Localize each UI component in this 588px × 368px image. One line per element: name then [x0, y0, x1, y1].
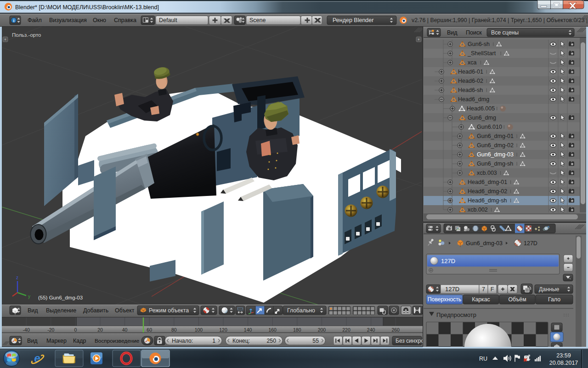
svg-text:Объект: Объект: [115, 307, 135, 314]
svg-text:Gun6_dmg-01: Gun6_dmg-01: [477, 133, 514, 139]
svg-text:Окно: Окно: [93, 17, 106, 23]
svg-text:Scene: Scene: [249, 17, 266, 23]
svg-text:140: 140: [244, 327, 252, 333]
svg-text:+: +: [418, 37, 420, 42]
svg-text:55: 55: [312, 338, 319, 344]
svg-text:xcb.003: xcb.003: [477, 170, 497, 176]
svg-text:Head6_dmg: Head6_dmg: [458, 96, 489, 103]
svg-text:Рендер Blender: Рендер Blender: [333, 17, 373, 23]
svg-text:y: y: [28, 294, 30, 299]
svg-text:0: 0: [74, 327, 77, 333]
svg-text:80: 80: [171, 327, 177, 333]
svg-text:Gun6_dmg-sh: Gun6_dmg-sh: [477, 161, 513, 167]
svg-text:Default: Default: [159, 17, 177, 23]
svg-text:Gun6_dmg-03: Gun6_dmg-03: [466, 240, 503, 247]
svg-text:Гало: Гало: [548, 296, 560, 303]
svg-text:-20: -20: [47, 327, 54, 333]
svg-text:180: 180: [293, 327, 301, 333]
svg-text:7: 7: [482, 286, 485, 293]
svg-text:100: 100: [195, 327, 203, 333]
svg-text:Head6_dmg-01: Head6_dmg-01: [468, 179, 507, 185]
svg-text:250: 250: [266, 338, 276, 344]
svg-text:40: 40: [122, 327, 128, 333]
svg-text:127D: 127D: [445, 286, 459, 293]
svg-text:Маркер: Маркер: [46, 338, 67, 344]
svg-text:Выделение: Выделение: [46, 307, 76, 314]
svg-text:Начало:: Начало:: [172, 338, 193, 344]
svg-text:260: 260: [391, 327, 400, 333]
svg-text:+: +: [4, 37, 6, 42]
svg-text:Конец:: Конец:: [232, 338, 250, 344]
svg-text:Вид: Вид: [27, 338, 38, 344]
svg-text:Gun6_dmg-03: Gun6_dmg-03: [477, 151, 514, 158]
svg-text:Head6_dmg-02: Head6_dmg-02: [468, 188, 507, 195]
svg-text:160: 160: [268, 327, 277, 333]
svg-text:127D: 127D: [441, 258, 455, 264]
svg-text:Добавить: Добавить: [83, 307, 108, 314]
svg-text:Head6.005: Head6.005: [467, 105, 495, 112]
svg-text:xcb.002: xcb.002: [468, 207, 488, 213]
svg-text:240: 240: [367, 327, 375, 333]
svg-text:Визуализация: Визуализация: [49, 17, 87, 23]
svg-text:Head6-01: Head6-01: [458, 69, 483, 75]
svg-text:xca: xca: [468, 59, 477, 66]
svg-text:Воспроизведение: Воспроизведение: [95, 338, 140, 344]
svg-text:120: 120: [219, 327, 227, 333]
svg-text:Польз.-орто: Польз.-орто: [12, 32, 41, 38]
svg-text:i: i: [13, 18, 15, 23]
svg-text:RU: RU: [479, 356, 487, 362]
svg-text:Поиск: Поиск: [466, 29, 482, 36]
svg-text:Предпросмотр: Предпросмотр: [436, 311, 476, 318]
svg-text:Режим объекта: Режим объекта: [149, 307, 189, 314]
svg-text:Gun6.010: Gun6.010: [477, 124, 502, 130]
svg-text:Head6_dmg-sh: Head6_dmg-sh: [468, 197, 507, 204]
svg-text:Head6-02: Head6-02: [458, 78, 483, 84]
svg-text:Поверхность: Поверхность: [428, 296, 462, 303]
svg-text:Blender* [D:\МОИ МОДЕЛИ\USS\Br: Blender* [D:\МОИ МОДЕЛИ\USS\Brooklin\MK-…: [15, 4, 159, 11]
svg-text:220: 220: [342, 327, 351, 333]
svg-text:Файл: Файл: [28, 17, 42, 23]
svg-text:Вид: Вид: [28, 307, 38, 314]
svg-text:Объём: Объём: [508, 296, 526, 303]
svg-text:_ShellStart: _ShellStart: [467, 50, 496, 57]
svg-text:(55) Gun6_dmg-03: (55) Gun6_dmg-03: [38, 295, 83, 300]
svg-text:Данные: Данные: [539, 286, 560, 293]
svg-text:Кадр: Кадр: [73, 338, 86, 344]
svg-text:Gun6_dmg: Gun6_dmg: [468, 115, 496, 121]
svg-text:Head6-sh: Head6-sh: [458, 87, 483, 93]
svg-text:Без синхро: Без синхро: [396, 338, 423, 344]
svg-text:200: 200: [318, 327, 326, 333]
svg-text:20: 20: [97, 327, 103, 333]
svg-text:1: 1: [212, 338, 215, 344]
svg-text:F: F: [491, 286, 494, 293]
svg-text:60: 60: [147, 327, 152, 333]
svg-text:Глобально: Глобально: [287, 307, 315, 314]
svg-text:Все сцены: Все сцены: [491, 29, 519, 36]
svg-text:Вид: Вид: [447, 29, 458, 36]
svg-text:127D: 127D: [524, 240, 537, 247]
svg-text:23:59: 23:59: [556, 352, 571, 359]
svg-text:-40: -40: [23, 327, 30, 333]
svg-text:Справка: Справка: [114, 17, 136, 23]
svg-text:Gun6-sh: Gun6-sh: [468, 41, 490, 47]
svg-text:20.08.2017: 20.08.2017: [549, 360, 578, 366]
svg-text:Каркас: Каркас: [472, 296, 490, 303]
svg-text:z: z: [16, 275, 18, 280]
svg-text:v2.76 | Вершин:1,990 | Граней:: v2.76 | Вершин:1,990 | Граней:1,074 | Тр…: [412, 17, 588, 23]
svg-text:Gun6_dmg-02: Gun6_dmg-02: [477, 142, 514, 149]
